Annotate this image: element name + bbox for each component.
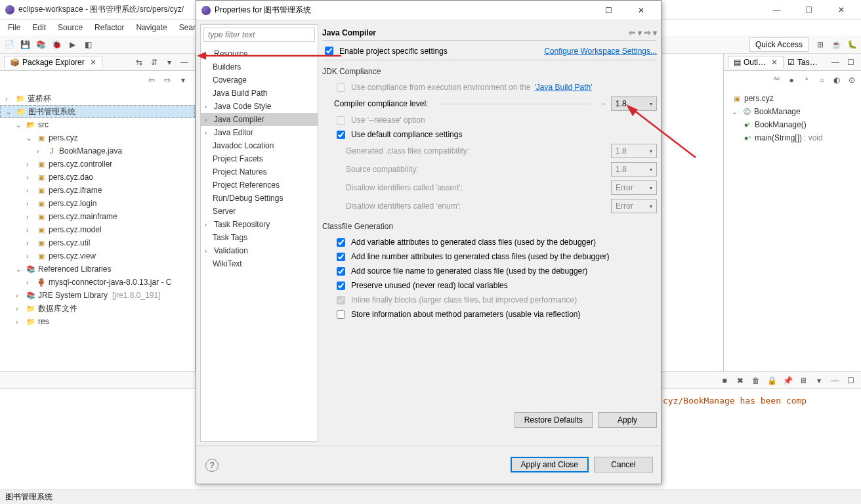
- tree-item[interactable]: Project Natures: [213, 167, 267, 177]
- debug-icon[interactable]: 🐞: [50, 38, 63, 51]
- hide-fields-icon[interactable]: ●: [785, 74, 798, 87]
- cancel-button[interactable]: Cancel: [594, 457, 653, 472]
- cf1-checkbox[interactable]: [337, 238, 345, 247]
- tasks-tab[interactable]: ☑Tas…: [784, 56, 822, 68]
- forward-icon[interactable]: ▾ ⇨ ▾: [638, 28, 657, 37]
- menu-navigate[interactable]: Navigate: [131, 22, 172, 33]
- tree-item[interactable]: Referenced Libraries: [38, 264, 111, 274]
- cf2-checkbox[interactable]: [337, 253, 345, 261]
- tree-item[interactable]: 数据库文件: [38, 303, 77, 314]
- tree-item[interactable]: Project Facets: [213, 154, 263, 163]
- menu-refactor[interactable]: Refactor: [89, 22, 129, 33]
- save-icon[interactable]: 💾: [18, 38, 32, 51]
- display-icon[interactable]: 🖥: [797, 374, 810, 387]
- scroll-lock-icon[interactable]: 🔒: [765, 374, 778, 387]
- tree-item[interactable]: res: [38, 317, 49, 326]
- open-perspective-icon[interactable]: ⊞: [814, 38, 827, 51]
- open-console-icon[interactable]: ▾: [812, 374, 826, 387]
- apply-button[interactable]: Apply: [598, 412, 657, 428]
- tree-item[interactable]: pers.cyz: [49, 133, 78, 142]
- terminate-icon[interactable]: ■: [718, 374, 731, 387]
- use-default-checkbox[interactable]: [337, 131, 345, 139]
- filter-input[interactable]: [203, 28, 315, 42]
- compliance-level-combo[interactable]: 1.8▾: [611, 96, 657, 111]
- outline-item[interactable]: main(String[]): [755, 133, 802, 142]
- new-icon[interactable]: 📄: [3, 38, 16, 51]
- configure-workspace-link[interactable]: Configure Workspace Settings...: [544, 47, 657, 56]
- remove-icon[interactable]: ✖: [734, 374, 747, 387]
- tree-item[interactable]: pers.cyz.view: [49, 251, 96, 261]
- save-all-icon[interactable]: 📚: [34, 38, 47, 51]
- quick-access[interactable]: Quick Access: [749, 37, 808, 52]
- collapse-icon[interactable]: ⇆: [133, 56, 146, 69]
- menu-file[interactable]: File: [3, 22, 26, 33]
- tree-item[interactable]: Resource: [214, 49, 247, 58]
- tree-item[interactable]: Java Editor: [214, 128, 253, 137]
- hide-local-icon[interactable]: ◐: [830, 74, 843, 87]
- tree-item[interactable]: Java Build Path: [213, 89, 267, 98]
- tree-item[interactable]: mysql-connector-java-8.0.13.jar - C: [49, 278, 171, 287]
- java-build-path-link[interactable]: 'Java Build Path': [534, 83, 592, 92]
- tree-item-java-compiler[interactable]: Java Compiler: [214, 115, 264, 124]
- tree-item[interactable]: Java Code Style: [214, 102, 271, 111]
- close-icon[interactable]: ✕: [90, 58, 96, 67]
- tree-item[interactable]: pers.cyz.dao: [49, 173, 93, 182]
- properties-tree[interactable]: ›Resource Builders Coverage Java Build P…: [201, 45, 318, 441]
- maximize-icon[interactable]: ☐: [844, 374, 857, 387]
- tree-item[interactable]: src: [38, 120, 49, 129]
- cf6-checkbox[interactable]: [337, 310, 345, 319]
- tree-item[interactable]: Task Tags: [213, 233, 247, 242]
- java-perspective-icon[interactable]: ☕: [830, 38, 843, 51]
- view-menu-icon[interactable]: ▾: [177, 74, 190, 87]
- tree-item[interactable]: Builders: [213, 62, 241, 72]
- tree-item[interactable]: pers.cyz.model: [49, 225, 102, 234]
- tree-item[interactable]: WikiText: [213, 259, 242, 268]
- tree-item[interactable]: Validation: [214, 246, 248, 255]
- tree-item[interactable]: JRE System Library: [38, 291, 108, 300]
- back-icon[interactable]: ⇦: [629, 28, 635, 37]
- tree-item[interactable]: pers.cyz.util: [49, 238, 90, 247]
- help-icon[interactable]: ?: [205, 459, 219, 472]
- minimize-icon[interactable]: —: [829, 56, 842, 69]
- tree-item[interactable]: BookManage.java: [59, 146, 122, 156]
- tree-item[interactable]: 蓝桥杯: [28, 93, 51, 104]
- run-icon[interactable]: ▶: [66, 38, 79, 51]
- minimize-button[interactable]: —: [762, 1, 791, 19]
- outline-item[interactable]: pers.cyz: [744, 94, 774, 103]
- dialog-maximize-button[interactable]: ☐: [594, 1, 623, 20]
- tree-item[interactable]: Run/Debug Settings: [213, 194, 283, 203]
- tree-item[interactable]: Project References: [213, 180, 280, 190]
- maximize-button[interactable]: ☐: [794, 1, 824, 19]
- outline-tree[interactable]: ▣pers.cyz ⌄ⒸBookManage ●ᶜBookManage() ●ˢ…: [724, 89, 861, 147]
- cf3-checkbox[interactable]: [337, 267, 345, 276]
- link-icon[interactable]: ⇵: [148, 56, 161, 69]
- tree-item[interactable]: Server: [213, 207, 236, 216]
- outline-item[interactable]: BookManage: [754, 107, 801, 116]
- maximize-icon[interactable]: ☐: [844, 56, 857, 69]
- focus-icon[interactable]: ⊙: [845, 74, 858, 87]
- outline-item[interactable]: BookManage(): [755, 120, 807, 129]
- tree-item[interactable]: pers.cyz.login: [49, 199, 96, 208]
- minimize-icon[interactable]: —: [828, 374, 841, 387]
- close-button[interactable]: ✕: [826, 1, 856, 19]
- tree-item[interactable]: pers.cyz.iframe: [49, 186, 102, 195]
- pin-icon[interactable]: 📌: [781, 374, 794, 387]
- coverage-icon[interactable]: ◧: [81, 38, 94, 51]
- apply-and-close-button[interactable]: Apply and Close: [511, 457, 589, 472]
- debug-perspective-icon[interactable]: 🐛: [845, 38, 858, 51]
- menu-source[interactable]: Source: [52, 22, 88, 33]
- cf4-checkbox[interactable]: [337, 282, 345, 290]
- restore-defaults-button[interactable]: Restore Defaults: [514, 412, 593, 428]
- tree-item[interactable]: Task Repository: [214, 220, 270, 229]
- hide-non-public-icon[interactable]: ○: [815, 74, 828, 87]
- hide-static-icon[interactable]: ˢ: [800, 74, 813, 87]
- tree-item[interactable]: Coverage: [213, 75, 247, 85]
- menu-edit[interactable]: Edit: [27, 22, 51, 33]
- enable-project-settings-checkbox[interactable]: [325, 47, 333, 55]
- dialog-close-button[interactable]: ✕: [626, 1, 656, 20]
- close-icon[interactable]: ✕: [771, 58, 778, 67]
- outline-tab[interactable]: ▤Outl…✕: [728, 56, 784, 68]
- tree-item[interactable]: Javadoc Location: [213, 141, 274, 150]
- tree-item[interactable]: pers.cyz.mainframe: [49, 212, 117, 221]
- package-explorer-tab[interactable]: 📦 Package Explorer ✕: [4, 56, 102, 68]
